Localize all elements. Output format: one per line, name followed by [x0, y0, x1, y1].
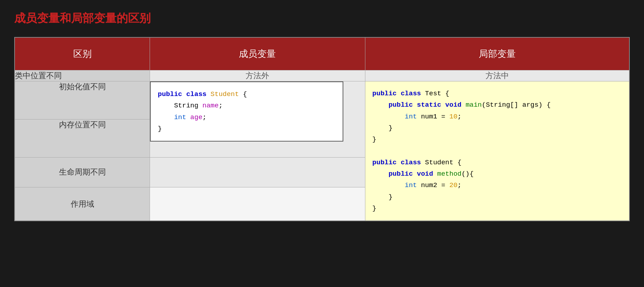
- val-20: 20: [449, 181, 457, 189]
- kw-class: class: [186, 90, 206, 98]
- header-col-local: 局部变量: [365, 37, 629, 70]
- local-code-box: public class Test { public static void m…: [365, 81, 629, 221]
- row-label-position: 类中位置不同: [15, 70, 150, 81]
- kw-int-1: int: [405, 113, 417, 121]
- kw-public-4: public: [388, 170, 413, 178]
- header-col-member: 成员变量: [150, 37, 365, 70]
- row-label-scope: 作用域: [15, 187, 150, 221]
- class-name-student: Student: [210, 90, 239, 98]
- kw-public: public: [158, 90, 182, 98]
- member-code-box: public class Student { String name; int …: [150, 81, 365, 158]
- header-col-difference: 区别: [15, 37, 150, 70]
- member-scope: [150, 187, 365, 221]
- row-label-init: 初始化值不同: [15, 81, 150, 119]
- var-name: name: [203, 102, 219, 110]
- table-row-init: 初始化值不同 public class Student { String nam…: [15, 81, 629, 119]
- code-local: public class Test { public static void m…: [365, 81, 629, 220]
- kw-class-1: class: [401, 90, 421, 97]
- kw-void-1: void: [445, 101, 462, 109]
- local-position: 方法中: [365, 70, 629, 81]
- main-table: 区别 成员变量 局部变量 类中位置不同 方法外 方法中 初始化值不同 publi…: [14, 37, 630, 221]
- member-lifecycle: [150, 157, 365, 187]
- method-main: main: [466, 101, 482, 109]
- code-member: public class Student { String name; int …: [150, 81, 343, 142]
- table-row: 类中位置不同 方法外 方法中: [15, 70, 629, 81]
- classname-student: Student: [425, 159, 454, 166]
- classname-test: Test: [425, 90, 441, 97]
- kw-void-2: void: [417, 170, 433, 178]
- kw-public-3: public: [372, 159, 397, 166]
- var-age: age: [190, 113, 202, 121]
- kw-int-2: int: [405, 181, 417, 189]
- kw-public-2: public: [388, 101, 413, 109]
- row-label-memory: 内存位置不同: [15, 119, 150, 157]
- kw-public-1: public: [372, 90, 397, 97]
- kw-class-2: class: [401, 159, 421, 166]
- table-header-row: 区别 成员变量 局部变量: [15, 37, 629, 70]
- kw-int: int: [174, 113, 186, 121]
- kw-static: static: [417, 101, 441, 109]
- page-title: 成员变量和局部变量的区别: [14, 11, 630, 26]
- val-10: 10: [449, 113, 457, 121]
- member-position: 方法外: [150, 70, 365, 81]
- method-method: method: [437, 170, 461, 178]
- row-label-lifecycle: 生命周期不同: [15, 157, 150, 187]
